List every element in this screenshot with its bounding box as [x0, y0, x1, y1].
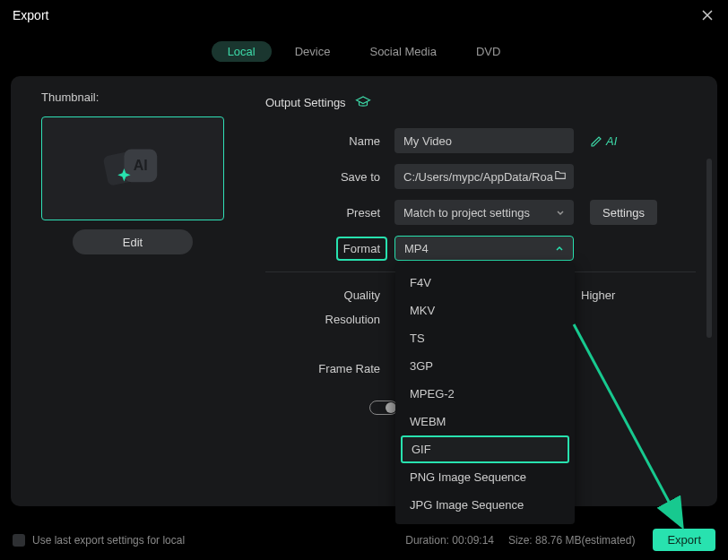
- name-label: Name: [265, 134, 394, 148]
- framerate-label: Frame Rate: [265, 362, 394, 375]
- quality-higher-label: Higher: [581, 289, 615, 302]
- format-dropdown: F4V MKV TS 3GP MPEG-2 WEBM GIF PNG Image…: [395, 263, 575, 524]
- format-option-gif[interactable]: GIF: [401, 435, 569, 463]
- folder-icon[interactable]: [554, 168, 567, 185]
- tab-device[interactable]: Device: [279, 41, 347, 62]
- format-label: Format: [343, 242, 380, 255]
- ai-thumbnail-icon: AI: [97, 142, 169, 195]
- tab-local[interactable]: Local: [212, 41, 272, 62]
- settings-button[interactable]: Settings: [590, 200, 657, 225]
- format-option-webm[interactable]: WEBM: [395, 408, 575, 435]
- format-option-f4v[interactable]: F4V: [395, 269, 575, 297]
- tab-bar: Local Device Social Media DVD: [0, 30, 728, 76]
- tab-social-media[interactable]: Social Media: [353, 41, 452, 62]
- format-option-png-seq[interactable]: PNG Image Sequence: [395, 463, 575, 491]
- tab-dvd[interactable]: DVD: [460, 41, 516, 62]
- thumbnail-label: Thumbnail:: [41, 90, 224, 104]
- use-last-checkbox[interactable]: [13, 534, 25, 547]
- quality-label: Quality: [265, 289, 394, 302]
- name-input[interactable]: [394, 128, 574, 153]
- window-title: Export: [13, 8, 48, 22]
- resolution-label: Resolution: [265, 313, 394, 326]
- ai-rename-icon[interactable]: AI: [590, 134, 617, 148]
- format-option-3gp[interactable]: 3GP: [395, 352, 575, 380]
- chevron-down-icon: [556, 208, 565, 217]
- format-option-mkv[interactable]: MKV: [395, 297, 575, 324]
- panel-scrollbar[interactable]: [706, 159, 712, 338]
- chevron-up-icon: [555, 244, 564, 253]
- preset-select[interactable]: Match to project settings: [394, 200, 574, 225]
- saveto-label: Save to: [265, 170, 394, 184]
- graduation-cap-icon[interactable]: [355, 94, 371, 110]
- duration-label: Duration: 00:09:14: [405, 534, 494, 547]
- close-icon[interactable]: [699, 7, 715, 23]
- edit-thumbnail-button[interactable]: Edit: [73, 229, 193, 254]
- format-select[interactable]: MP4 F4V MKV TS 3GP MPEG-2 WEBM GIF PNG I…: [394, 236, 574, 261]
- preset-label: Preset: [265, 206, 394, 220]
- format-option-ts[interactable]: TS: [395, 324, 575, 352]
- svg-text:AI: AI: [134, 158, 148, 173]
- format-option-mpeg2[interactable]: MPEG-2: [395, 380, 575, 408]
- thumbnail-preview[interactable]: AI: [41, 116, 224, 220]
- output-settings-header: Output Settings: [265, 96, 346, 109]
- toggle-switch[interactable]: [369, 401, 398, 415]
- use-last-label: Use last export settings for local: [32, 534, 185, 547]
- size-label: Size: 88.76 MB(estimated): [508, 534, 635, 547]
- saveto-input[interactable]: C:/Users/mypc/AppData/Roa: [394, 164, 574, 189]
- export-button[interactable]: Export: [653, 529, 715, 551]
- format-option-jpg-seq[interactable]: JPG Image Sequence: [395, 491, 575, 519]
